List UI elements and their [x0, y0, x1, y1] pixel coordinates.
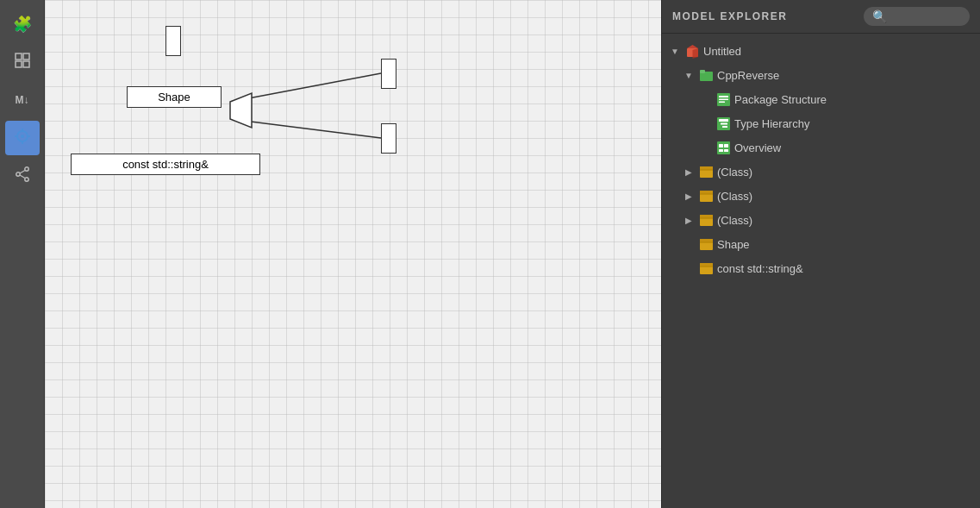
grid-icon [14, 52, 31, 73]
svg-point-10 [24, 166, 28, 170]
uml-rect-bottom[interactable] [381, 123, 396, 154]
class3-label: (Class) [717, 214, 752, 227]
svg-point-12 [16, 172, 19, 175]
tree-item-conststring[interactable]: const std::string& [662, 256, 980, 280]
puzzle-icon: 🧩 [13, 15, 32, 34]
class2-label: (Class) [717, 190, 752, 203]
arrow-class1 [683, 166, 695, 178]
crosshair-icon [13, 127, 32, 150]
grid-button[interactable] [5, 45, 40, 79]
hierarchy-icon [715, 116, 731, 131]
shape-tree-label: Shape [717, 238, 750, 251]
canvas-svg [45, 0, 661, 508]
tree-item-pkg-structure[interactable]: Package Structure [662, 87, 980, 111]
class3-icon [698, 212, 714, 228]
tree-item-shape[interactable]: Shape [662, 232, 980, 256]
svg-line-16 [230, 119, 381, 138]
markdown-button[interactable]: M↓ [5, 83, 40, 117]
const-string-box[interactable]: const std::string& [71, 154, 260, 175]
class2-icon [698, 188, 714, 204]
markdown-icon: M↓ [16, 94, 29, 106]
arrow-class3 [683, 214, 695, 226]
string-label: const std::string& [122, 158, 209, 171]
svg-point-11 [24, 177, 28, 180]
shape-label: Shape [158, 91, 190, 103]
header-title: MODEL EXPLORER [672, 10, 855, 22]
search-icon: 🔍 [872, 9, 887, 23]
cppreverse-label: CppReverse [717, 69, 779, 82]
left-toolbar: 🧩 M↓ [0, 0, 45, 508]
svg-rect-47 [700, 239, 713, 242]
svg-rect-23 [700, 70, 705, 73]
svg-rect-33 [719, 144, 723, 147]
svg-rect-44 [700, 215, 713, 218]
svg-rect-2 [16, 61, 22, 67]
svg-rect-30 [721, 122, 727, 124]
svg-line-13 [20, 170, 25, 173]
arrow-cppreverse [683, 69, 695, 81]
svg-rect-0 [16, 53, 22, 60]
search-box[interactable]: 🔍 [864, 7, 970, 26]
tree-item-class2[interactable]: (Class) [662, 184, 980, 208]
svg-rect-35 [719, 149, 723, 152]
share-button[interactable] [5, 159, 40, 193]
svg-rect-3 [23, 61, 29, 67]
svg-marker-20 [692, 48, 698, 59]
arrow-class2 [683, 190, 695, 202]
tree-item-untitled[interactable]: Untitled [662, 39, 980, 63]
uml-rect-standalone[interactable] [165, 26, 181, 56]
package-icon [698, 67, 714, 83]
svg-rect-31 [722, 126, 727, 128]
arrow-untitled [669, 45, 681, 57]
svg-rect-32 [717, 141, 730, 154]
svg-marker-19 [687, 45, 698, 48]
right-panel: MODEL EXPLORER 🔍 Untitled [661, 0, 980, 508]
tree-item-class1[interactable]: (Class) [662, 160, 980, 184]
svg-rect-1 [23, 53, 29, 60]
type-hierarchy-label: Type Hierarchy [734, 117, 809, 130]
cube-icon [684, 43, 700, 59]
uml-rect-top[interactable] [381, 59, 396, 89]
overview-icon [715, 140, 731, 155]
canvas-area[interactable]: Shape const std::string& [45, 0, 661, 508]
tree-item-type-hierarchy[interactable]: Type Hierarchy [662, 111, 980, 135]
diagram-icon [715, 91, 731, 107]
class1-label: (Class) [717, 166, 752, 179]
overview-label: Overview [734, 141, 781, 154]
class1-icon [698, 164, 714, 179]
svg-point-9 [21, 135, 24, 138]
svg-rect-26 [719, 98, 728, 100]
tree-item-cppreverse[interactable]: CppReverse [662, 63, 980, 87]
shape-box[interactable]: Shape [127, 86, 222, 108]
crosshair-button[interactable] [5, 121, 40, 155]
svg-line-14 [20, 175, 25, 179]
svg-rect-25 [719, 96, 728, 97]
svg-rect-27 [719, 101, 725, 103]
search-input[interactable] [892, 10, 961, 23]
conststring-class-icon [698, 260, 714, 276]
svg-rect-38 [700, 166, 713, 170]
pkg-structure-label: Package Structure [734, 93, 827, 106]
svg-marker-17 [230, 93, 252, 128]
tree-item-class3[interactable]: (Class) [662, 208, 980, 232]
puzzle-button[interactable]: 🧩 [5, 7, 40, 41]
svg-rect-36 [724, 149, 728, 152]
tree-area[interactable]: Untitled CppReverse [662, 34, 980, 508]
svg-rect-29 [719, 119, 728, 122]
shape-class-icon [698, 236, 714, 252]
svg-rect-34 [724, 144, 728, 147]
svg-rect-41 [700, 191, 713, 194]
model-explorer-header: MODEL EXPLORER 🔍 [662, 0, 980, 34]
svg-rect-50 [700, 263, 713, 267]
untitled-label: Untitled [703, 45, 741, 58]
share-icon [14, 166, 31, 187]
tree-item-overview[interactable]: Overview [662, 135, 980, 160]
conststring-tree-label: const std::string& [717, 262, 803, 275]
svg-line-15 [230, 73, 381, 102]
